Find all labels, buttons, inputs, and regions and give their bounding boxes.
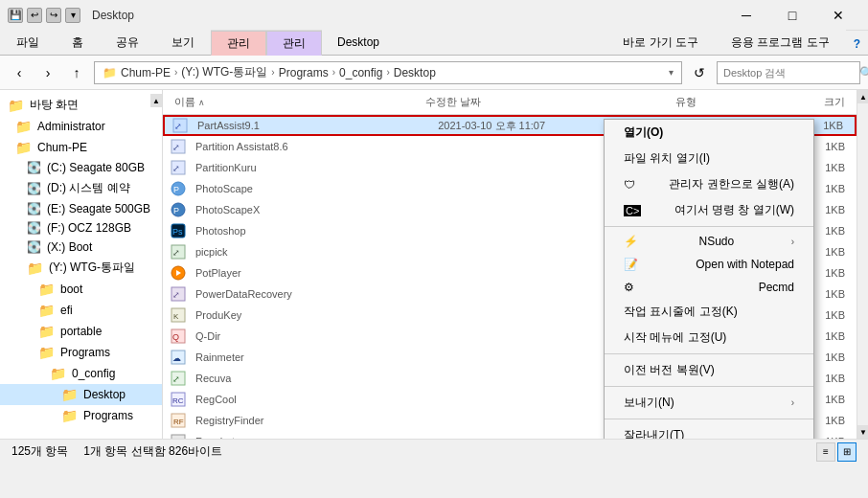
status-count: 125개 항목 [11, 443, 68, 460]
col-type-header[interactable]: 유형 [672, 95, 801, 109]
path-dropdown-icon[interactable]: ▾ [669, 67, 674, 78]
file-list-header: 이름 ∧ 수정한 날짜 유형 크기 [163, 90, 857, 115]
search-input[interactable] [723, 67, 856, 79]
col-name-header[interactable]: 이름 ∧ [171, 95, 422, 109]
sidebar-item-drive-c[interactable]: 💽 (C:) Seagate 80GB [0, 158, 162, 177]
ctx-open-location-label: 파일 위치 열기(I) [624, 150, 710, 167]
undo-icon[interactable]: ↩ [27, 8, 42, 23]
sidebar-item-drive-d[interactable]: 💽 (D:) 시스템 예약 [0, 177, 162, 199]
title-bar: 💾 ↩ ↪ ▾ Desktop ─ □ ✕ [0, 0, 868, 31]
tab-view[interactable]: 보기 [155, 30, 211, 55]
folder-icon: 📁 [8, 98, 24, 113]
path-desktop[interactable]: Desktop [394, 66, 436, 79]
tab-share[interactable]: 공유 [100, 30, 155, 55]
tab-home[interactable]: 홈 [56, 30, 100, 55]
tab-manage1[interactable]: 관리 [211, 31, 266, 56]
drive-icon: 💽 [27, 161, 41, 174]
tab-shortcut[interactable]: 바로 가기 도구 [606, 30, 715, 55]
ctx-nsudo-arrow: › [791, 237, 794, 247]
col-type-label: 유형 [675, 96, 697, 107]
folder-icon: 📁 [38, 324, 55, 339]
sidebar-item-0config[interactable]: 📁 0_config [0, 363, 162, 384]
file-icon-regfind: RF [171, 413, 188, 428]
svg-text:⤢: ⤢ [172, 164, 180, 173]
more-icon[interactable]: ▾ [65, 8, 80, 23]
tab-file[interactable]: 파일 [0, 30, 56, 55]
sidebar-item-drive-x[interactable]: 💽 (X:) Boot [0, 238, 162, 257]
file-name-10: ProduKey [192, 309, 434, 321]
ctx-open[interactable]: 열기(O) [605, 120, 813, 146]
ctx-notepad[interactable]: 📝 Open with Notepad [605, 253, 813, 276]
forward-button[interactable]: › [36, 61, 59, 84]
close-button[interactable]: ✕ [816, 0, 860, 31]
svg-text:⤢: ⤢ [172, 374, 180, 384]
svg-text:P: P [173, 206, 179, 215]
tab-app[interactable]: 응용 프로그램 도구 [715, 30, 846, 55]
sidebar-item-label: Administrator [37, 120, 105, 133]
ctx-cut-label: 잘라내기(T) [624, 427, 684, 439]
back-button[interactable]: ‹ [8, 61, 31, 84]
ctx-sendto[interactable]: 보내기(N) › [605, 390, 813, 416]
sidebar-item-programs[interactable]: 📁 Programs [0, 342, 162, 363]
address-path[interactable]: 📁 Chum-PE › (Y:) WTG-통파일 › Programs › 0_… [94, 61, 682, 84]
sidebar-item-desktop-root[interactable]: 📁 바탕 화면 [0, 94, 150, 116]
svg-text:☁: ☁ [172, 353, 181, 363]
sidebar-item-drive-e[interactable]: 💽 (E:) Seagate 500GB [0, 199, 162, 218]
ctx-pecmd[interactable]: ⚙ Pecmd [605, 276, 813, 299]
ctx-pin-start-label: 시작 메뉴에 고정(U) [624, 329, 726, 346]
tab-manage2[interactable]: 관리 [266, 31, 322, 56]
ctx-pin-start[interactable]: 시작 메뉴에 고정(U) [605, 325, 813, 351]
sidebar-item-desktop[interactable]: 📁 Desktop [0, 384, 162, 405]
main-area: ▲ 📁 바탕 화면 📁 Administrator 📁 Chum-PE 💽 (C… [0, 90, 868, 439]
minimize-button[interactable]: ─ [724, 0, 768, 31]
sidebar-item-efi[interactable]: 📁 efi [0, 300, 162, 321]
file-name-3: PartitionKuru [192, 162, 434, 173]
path-wtg[interactable]: (Y:) WTG-통파일 [181, 64, 267, 80]
view-list-button[interactable]: ≡ [816, 442, 835, 462]
sidebar-item-chum-pe[interactable]: 📁 Chum-PE [0, 137, 162, 158]
file-icon-2: ⤢ [171, 139, 188, 154]
path-chum[interactable]: Chum-PE [121, 66, 171, 79]
col-date-header[interactable]: 수정한 날짜 [422, 95, 673, 109]
path-programs[interactable]: Programs [279, 66, 329, 79]
up-button[interactable]: ↑ [65, 61, 88, 84]
ctx-nsudo[interactable]: ⚡ NSudo › [605, 230, 813, 253]
ctx-cut[interactable]: 잘라내기(T) [605, 422, 813, 439]
sidebar-item-boot[interactable]: 📁 boot [0, 279, 162, 300]
sidebar-item-label: 바탕 화면 [30, 97, 79, 113]
ctx-run-admin[interactable]: 🛡 관리자 권한으로 실행(A) [605, 171, 813, 197]
search-box[interactable]: 🔍 [717, 61, 860, 84]
folder-icon: 📁 [15, 140, 32, 155]
sidebar-item-drive-y[interactable]: 📁 (Y:) WTG-통파일 [0, 257, 162, 279]
save-icon[interactable]: 💾 [8, 8, 23, 23]
file-icon-regcool: RC [171, 392, 188, 407]
scroll-up-arrow[interactable]: ▲ [857, 90, 868, 103]
help-button[interactable]: ? [846, 34, 868, 55]
refresh-button[interactable]: ↺ [688, 61, 711, 84]
sidebar-item-label: (Y:) WTG-통파일 [49, 260, 135, 276]
search-icon[interactable]: 🔍 [859, 66, 868, 79]
maximize-button[interactable]: □ [770, 0, 814, 31]
svg-text:⤢: ⤢ [174, 122, 182, 131]
sidebar-item-drive-f[interactable]: 💽 (F:) OCZ 128GB [0, 218, 162, 238]
file-icon-9: ⤢ [171, 286, 188, 302]
file-name-8: PotPlayer [192, 267, 434, 279]
sidebar-item-portable[interactable]: 📁 portable [0, 321, 162, 342]
sidebar-item-label: efi [60, 304, 73, 317]
col-size-header[interactable]: 크기 [801, 95, 849, 109]
svg-text:P: P [173, 185, 179, 194]
ctx-pin-taskbar[interactable]: 작업 표시줄에 고정(K) [605, 299, 813, 325]
sidebar-scroll-up[interactable]: ▲ [150, 94, 162, 107]
sidebar-item-administrator[interactable]: 📁 Administrator [0, 116, 162, 137]
drive-icon: 💽 [27, 202, 41, 215]
scroll-down-arrow[interactable]: ▼ [857, 425, 868, 439]
ctx-cmd-here[interactable]: C> 여기서 명령 창 열기(W) [605, 197, 813, 223]
redo-icon[interactable]: ↪ [46, 8, 61, 23]
sidebar-item-programs2[interactable]: 📁 Programs [0, 405, 162, 426]
ctx-open-location[interactable]: 파일 위치 열기(I) [605, 146, 813, 171]
ctx-restore-prev[interactable]: 이전 버전 복원(V) [605, 357, 813, 383]
tab-desktop: Desktop [322, 30, 606, 55]
file-name-partassist: PartAssist9.1 [194, 120, 434, 131]
view-detail-button[interactable]: ⊞ [837, 442, 857, 462]
path-0config[interactable]: 0_config [339, 66, 382, 79]
